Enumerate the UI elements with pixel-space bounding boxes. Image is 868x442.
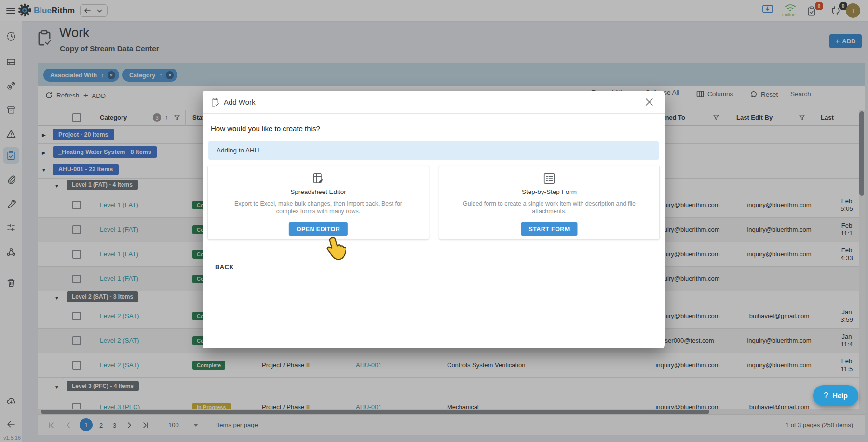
spreadsheet-editor-icon xyxy=(312,172,325,185)
step-form-icon xyxy=(542,172,556,185)
back-button[interactable]: BACK xyxy=(215,263,234,271)
help-question-icon: ? xyxy=(824,391,828,401)
open-editor-button[interactable]: OPEN EDITOR xyxy=(289,222,348,236)
help-label: Help xyxy=(833,392,848,400)
context-banner-label: Adding to AHU xyxy=(217,147,259,154)
modal-close-icon[interactable] xyxy=(645,98,653,106)
modal-title: Add Work xyxy=(224,98,256,106)
spreadsheet-editor-title: Spreadsheet Editor xyxy=(208,188,429,195)
step-form-title: Step-by-Step Form xyxy=(439,188,659,195)
modal-clipboard-icon xyxy=(210,97,220,108)
step-form-desc: Guided form to create a single work item… xyxy=(450,200,648,215)
spreadsheet-editor-desc: Export to Excel, make bulk changes, then… xyxy=(223,200,413,215)
help-button[interactable]: ? Help xyxy=(813,385,858,406)
context-banner: Adding to AHU xyxy=(208,141,659,160)
spreadsheet-editor-card: Spreadsheet Editor Export to Excel, make… xyxy=(207,166,429,240)
app-root: BlueRithm Online 0 0 I xyxy=(0,0,868,442)
step-form-card: Step-by-Step Form Guided form to create … xyxy=(439,166,660,240)
modal-question: How would you like to create this? xyxy=(211,124,320,133)
cursor-hand-icon xyxy=(324,236,346,262)
modal-header: Add Work xyxy=(203,91,665,114)
start-form-button[interactable]: START FORM xyxy=(521,222,577,236)
add-work-modal: Add Work How would you like to create th… xyxy=(203,91,665,348)
